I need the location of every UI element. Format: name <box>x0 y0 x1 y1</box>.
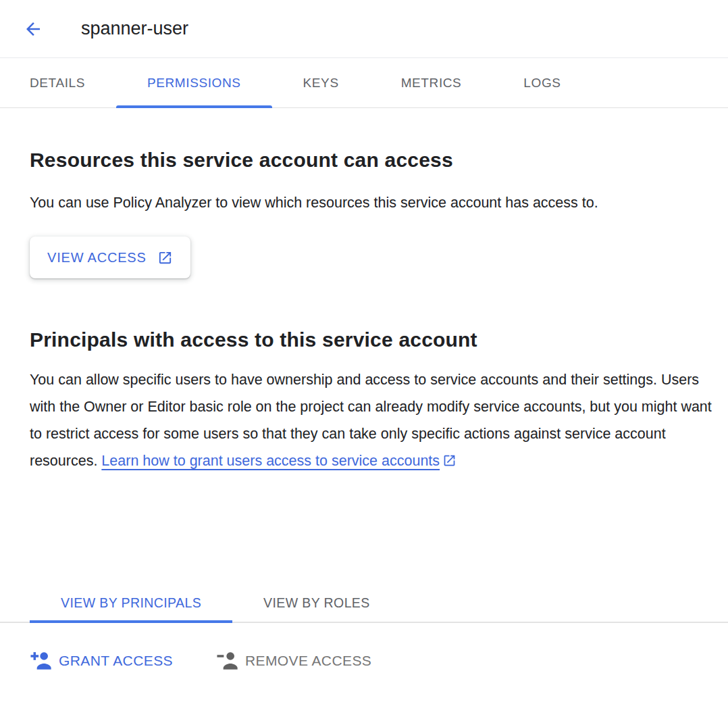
principals-toolbar: GRANT ACCESS REMOVE ACCESS <box>0 641 728 681</box>
tab-keys[interactable]: KEYS <box>272 58 370 107</box>
open-in-new-icon <box>157 250 173 266</box>
page-header: spanner-user <box>0 0 728 58</box>
main-content: Resources this service account can acces… <box>0 149 728 474</box>
tab-permissions[interactable]: PERMISSIONS <box>116 58 272 107</box>
view-access-label: VIEW ACCESS <box>47 250 147 266</box>
resources-section-description: You can use Policy Analyzer to view whic… <box>30 189 720 216</box>
tab-view-by-principals[interactable]: VIEW BY PRINCIPALS <box>30 584 232 622</box>
principals-section-description: You can allow specific users to have own… <box>30 366 720 474</box>
person-remove-icon <box>216 651 238 670</box>
grant-users-learn-more-link[interactable]: Learn how to grant users access to servi… <box>101 453 440 469</box>
principals-section-heading: Principals with access to this service a… <box>30 328 720 351</box>
grant-access-button[interactable]: GRANT ACCESS <box>30 651 173 670</box>
person-add-icon <box>30 651 52 670</box>
open-in-new-icon <box>440 453 457 469</box>
tab-logs[interactable]: LOGS <box>492 58 592 107</box>
back-button[interactable] <box>23 19 43 39</box>
tab-bar: DETAILS PERMISSIONS KEYS METRICS LOGS <box>0 58 728 108</box>
resources-section-heading: Resources this service account can acces… <box>30 149 720 172</box>
page-title: spanner-user <box>81 18 188 39</box>
tab-view-by-roles[interactable]: VIEW BY ROLES <box>232 584 401 622</box>
grant-access-label: GRANT ACCESS <box>59 653 173 669</box>
remove-access-label: REMOVE ACCESS <box>245 653 371 669</box>
tab-details[interactable]: DETAILS <box>30 58 116 107</box>
arrow-back-icon <box>23 19 43 39</box>
remove-access-button[interactable]: REMOVE ACCESS <box>216 651 371 670</box>
view-access-button[interactable]: VIEW ACCESS <box>30 236 190 278</box>
view-by-tab-bar: VIEW BY PRINCIPALS VIEW BY ROLES <box>0 584 728 623</box>
tab-metrics[interactable]: METRICS <box>370 58 493 107</box>
learn-more-link-text: Learn how to grant users access to servi… <box>101 453 440 469</box>
